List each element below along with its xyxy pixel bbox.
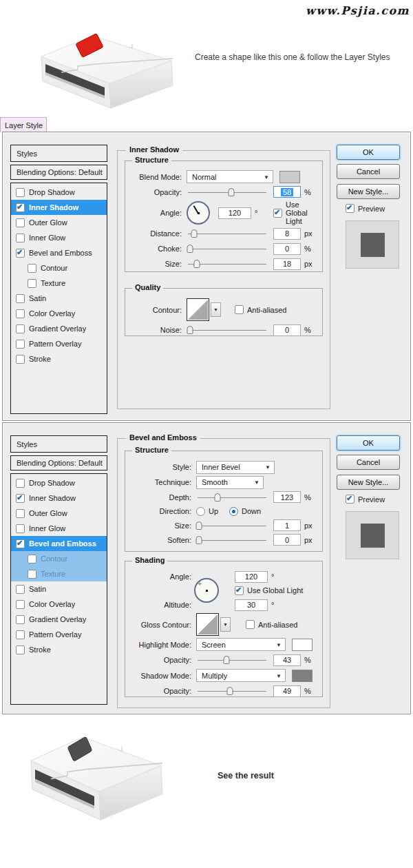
satin-checkbox[interactable] [16, 294, 25, 303]
sidebar-item-inner-shadow[interactable]: Inner Shadow [11, 200, 107, 215]
distance-input[interactable]: 8 [273, 228, 301, 240]
contour-checkbox[interactable] [28, 555, 36, 564]
sidebar-item-inner-glow[interactable]: Inner Glow [11, 230, 107, 245]
highlight-color-swatch[interactable] [292, 639, 313, 651]
opacity-input[interactable]: 58 [273, 186, 301, 198]
drop-shadow-checkbox[interactable] [16, 479, 25, 488]
preview-checkbox[interactable] [346, 204, 354, 213]
sidebar-item-satin[interactable]: Satin [11, 291, 107, 306]
sidebar-item-pattern-overlay[interactable]: Pattern Overlay [11, 627, 107, 642]
inner-glow-checkbox[interactable] [16, 234, 25, 242]
bevel-style-dropdown[interactable]: Inner Bevel ▼ [196, 461, 275, 474]
size-input[interactable]: 1 [273, 519, 301, 531]
anti-aliased-checkbox[interactable] [235, 305, 244, 314]
texture-checkbox[interactable] [28, 570, 36, 579]
angle-input[interactable]: 120 [235, 571, 268, 583]
drop-shadow-checkbox[interactable] [16, 188, 25, 197]
noise-slider[interactable] [187, 325, 268, 335]
size-slider[interactable] [196, 521, 268, 530]
sidebar-item-satin[interactable]: Satin [11, 581, 107, 597]
depth-input[interactable]: 123 [273, 491, 301, 503]
angle-dial[interactable] [187, 201, 210, 225]
shadow-color-swatch[interactable] [279, 171, 300, 183]
color-overlay-checkbox[interactable] [16, 600, 25, 609]
new-style-button[interactable]: New Style... [337, 184, 400, 199]
sidebar-item-stroke[interactable]: Stroke [11, 351, 107, 366]
angle-altitude-dial[interactable]: + [194, 578, 219, 603]
direction-up-radio[interactable] [196, 507, 205, 516]
inner-shadow-checkbox[interactable] [16, 494, 25, 503]
stroke-checkbox[interactable] [16, 645, 25, 654]
depth-slider[interactable] [196, 493, 268, 502]
sidebar-item-inner-glow[interactable]: Inner Glow [11, 521, 107, 536]
gradient-overlay-checkbox[interactable] [16, 615, 25, 624]
altitude-input[interactable]: 30 [235, 599, 268, 611]
gloss-contour-picker[interactable] [196, 613, 219, 636]
anti-aliased-checkbox[interactable] [246, 620, 255, 629]
new-style-button[interactable]: New Style... [337, 475, 400, 490]
highlight-opacity-input[interactable]: 43 [273, 654, 301, 666]
sidebar-item-inner-shadow[interactable]: Inner Shadow [11, 490, 107, 506]
sidebar-item-drop-shadow[interactable]: Drop Shadow [11, 185, 107, 200]
slider-thumb[interactable] [228, 188, 234, 196]
highlight-mode-dropdown[interactable]: Screen ▼ [196, 638, 286, 651]
size-slider[interactable] [187, 259, 268, 269]
sidebar-item-texture[interactable]: Texture [11, 276, 107, 291]
inner-glow-checkbox[interactable] [16, 524, 25, 533]
color-overlay-checkbox[interactable] [16, 309, 25, 318]
ok-button[interactable]: OK [337, 145, 400, 160]
noise-input[interactable]: 0 [273, 324, 301, 336]
sidebar-item-contour[interactable]: Contour [11, 551, 107, 566]
bevel-and-emboss-checkbox[interactable] [16, 249, 25, 258]
cancel-button[interactable]: Cancel [337, 455, 400, 470]
shadow-opacity-slider[interactable] [196, 686, 268, 696]
use-global-light-checkbox[interactable] [273, 209, 282, 218]
soften-input[interactable]: 0 [273, 534, 301, 546]
ok-button[interactable]: OK [337, 435, 400, 451]
preview-checkbox[interactable] [346, 495, 354, 504]
pattern-overlay-checkbox[interactable] [16, 630, 25, 639]
sidebar-item-gradient-overlay[interactable]: Gradient Overlay [11, 321, 107, 336]
choke-slider[interactable] [187, 244, 268, 254]
contour-dropdown-button[interactable]: ▼ [211, 302, 221, 317]
sidebar-item-bevel-and-emboss[interactable]: Bevel and Emboss [11, 245, 107, 260]
cancel-button[interactable]: Cancel [337, 164, 400, 179]
sidebar-item-stroke[interactable]: Stroke [11, 642, 107, 657]
shadow-opacity-input[interactable]: 49 [273, 685, 301, 697]
inner-shadow-checkbox[interactable] [16, 203, 25, 212]
gradient-overlay-checkbox[interactable] [16, 324, 25, 333]
texture-checkbox[interactable] [28, 279, 36, 288]
blending-options-item[interactable]: Blending Options: Default [10, 165, 107, 180]
distance-slider[interactable] [187, 229, 268, 238]
sidebar-item-texture[interactable]: Texture [11, 566, 107, 581]
contour-checkbox[interactable] [28, 264, 36, 273]
outer-glow-checkbox[interactable] [16, 509, 25, 518]
contour-picker[interactable] [187, 298, 209, 321]
soften-slider[interactable] [196, 535, 268, 545]
use-global-light-checkbox[interactable] [235, 586, 244, 595]
sidebar-item-drop-shadow[interactable]: Drop Shadow [11, 475, 107, 490]
sidebar-item-outer-glow[interactable]: Outer Glow [11, 215, 107, 230]
bevel-and-emboss-checkbox[interactable] [16, 539, 25, 548]
sidebar-item-gradient-overlay[interactable]: Gradient Overlay [11, 612, 107, 627]
shadow-color-swatch[interactable] [292, 670, 313, 682]
highlight-opacity-slider[interactable] [196, 655, 268, 665]
technique-dropdown[interactable]: Smooth ▼ [196, 476, 264, 489]
sidebar-item-color-overlay[interactable]: Color Overlay [11, 597, 107, 612]
opacity-slider[interactable] [187, 187, 268, 197]
sidebar-item-outer-glow[interactable]: Outer Glow [11, 506, 107, 521]
choke-input[interactable]: 0 [273, 243, 301, 255]
angle-input[interactable]: 120 [218, 207, 251, 219]
pattern-overlay-checkbox[interactable] [16, 340, 25, 349]
blend-mode-dropdown[interactable]: Normal ▼ [187, 170, 273, 183]
gloss-contour-dropdown-button[interactable]: ▼ [220, 617, 231, 632]
sidebar-item-color-overlay[interactable]: Color Overlay [11, 306, 107, 321]
shadow-mode-dropdown[interactable]: Multiply ▼ [196, 669, 286, 682]
blending-options-item[interactable]: Blending Options: Default [10, 455, 107, 471]
outer-glow-checkbox[interactable] [16, 218, 25, 227]
size-input[interactable]: 18 [273, 258, 301, 270]
sidebar-item-pattern-overlay[interactable]: Pattern Overlay [11, 336, 107, 351]
sidebar-item-contour[interactable]: Contour [11, 260, 107, 276]
sidebar-item-bevel-and-emboss[interactable]: Bevel and Emboss [11, 536, 107, 551]
satin-checkbox[interactable] [16, 585, 25, 594]
